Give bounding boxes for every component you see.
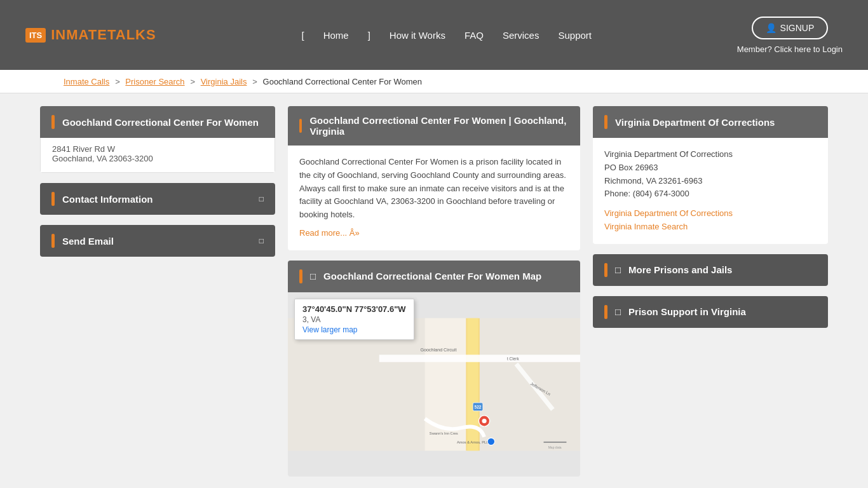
breadcrumb-inmate-calls[interactable]: Inmate Calls (64, 77, 109, 86)
svg-text:Map data: Map data (548, 445, 562, 449)
center-column: Goochland Correctional Center For Women … (288, 106, 580, 487)
contact-toggle-icon: □ (259, 194, 264, 203)
svg-text:Goochland Circuit: Goochland Circuit (420, 347, 456, 352)
main-facility-orange-bar (299, 119, 302, 133)
dept-card: Virginia Department Of Corrections Virgi… (593, 106, 828, 244)
send-email-title: Send Email (62, 236, 114, 247)
dept-line2: PO Box 26963 (604, 161, 817, 175)
dept-line1: Virginia Department Of Corrections (604, 148, 817, 161)
map-title-icon: □ (310, 271, 316, 281)
main-facility-description: Goochland Correctional Center For Women … (299, 156, 569, 222)
breadcrumb-sep3: > (252, 77, 259, 86)
more-prisons-title: More Prisons and Jails (628, 264, 732, 275)
main-facility-card-header: Goochland Correctional Center For Women … (288, 106, 580, 146)
map-orange-bar (299, 269, 302, 283)
map-title: Goochland Correctional Center For Women … (323, 271, 541, 281)
breadcrumb-sep1: > (115, 77, 122, 86)
home-bracket-right: ] (368, 30, 370, 41)
more-prisons-icon: □ (615, 264, 621, 275)
main-content: Goochland Correctional Center For Women … (27, 106, 841, 487)
svg-text:t Clerk: t Clerk (507, 356, 519, 361)
map-coords: 37°40'45.0"N 77°53'07.6"W (302, 304, 406, 314)
contact-card-header[interactable]: Contact Information □ (40, 183, 275, 215)
facility-address: 2841 River Rd W Goochland, VA 23063-3200 (40, 138, 275, 173)
signup-area: 👤 SIGNUP Member? Click here to Login (737, 17, 843, 54)
breadcrumb-prisoner-search[interactable]: Prisoner Search (125, 77, 184, 86)
breadcrumb-current: Goochland Correctional Center For Women (263, 77, 423, 86)
main-facility-body: Goochland Correctional Center For Women … (288, 146, 580, 250)
svg-rect-4 (467, 318, 478, 451)
contact-orange-bar (51, 192, 55, 206)
breadcrumb-virginia-jails[interactable]: Virginia Jails (201, 77, 247, 86)
site-header: ITS INMATETALKS [ Home ] How it Works FA… (0, 0, 868, 70)
signup-label: SIGNUP (780, 23, 815, 33)
send-email-card: Send Email □ (40, 225, 275, 257)
svg-point-16 (487, 438, 495, 445)
view-larger-map-link[interactable]: View larger map (302, 325, 357, 334)
member-login-text: Member? Click here to Login (737, 44, 843, 54)
svg-rect-2 (425, 318, 471, 451)
home-bracket-left: [ (301, 30, 304, 41)
more-prisons-orange-bar (604, 263, 607, 277)
breadcrumb-sep2: > (190, 77, 197, 86)
nav-home[interactable]: Home (323, 30, 349, 41)
prison-support-title: Prison Support in Virginia (628, 306, 746, 317)
main-facility-title: Goochland Correctional Center For Women … (309, 115, 569, 137)
svg-text:522: 522 (475, 405, 482, 409)
main-facility-card: Goochland Correctional Center For Women … (288, 106, 580, 250)
dept-link2[interactable]: Virginia Inmate Search (604, 222, 688, 231)
map-card-header: □ Goochland Correctional Center For Wome… (288, 261, 580, 292)
prison-support-orange-bar (604, 305, 607, 319)
person-icon: 👤 (766, 23, 776, 33)
dept-card-header: Virginia Department Of Corrections (593, 106, 828, 138)
prison-support-card: □ Prison Support in Virginia (593, 296, 828, 328)
map-container: 37°40'45.0"N 77°53'07.6"W 3, VA View lar… (288, 292, 580, 477)
read-more-link[interactable]: Read more... Â» (299, 228, 360, 238)
nav-support[interactable]: Support (558, 30, 592, 41)
svg-rect-17 (544, 442, 567, 443)
dept-orange-bar (604, 115, 607, 129)
prison-support-card-header[interactable]: □ Prison Support in Virginia (593, 296, 828, 328)
more-prisons-card-header[interactable]: □ More Prisons and Jails (593, 254, 828, 286)
signup-button[interactable]: 👤 SIGNUP (752, 17, 829, 39)
more-prisons-card: □ More Prisons and Jails (593, 254, 828, 286)
svg-text:Swann's Inn Cres: Swann's Inn Cres (430, 431, 458, 435)
dept-card-body: Virginia Department Of Corrections PO Bo… (593, 138, 828, 244)
facility-card-header: Goochland Correctional Center For Women (40, 106, 275, 138)
nav-how-it-works[interactable]: How it Works (390, 30, 445, 41)
breadcrumb: Inmate Calls > Prisoner Search > Virgini… (0, 70, 868, 93)
logo-inmate: INMATE (51, 27, 107, 43)
left-column: Goochland Correctional Center For Women … (40, 106, 275, 267)
main-nav: [ Home ] How it Works FAQ Services Suppo… (301, 30, 592, 41)
dept-title: Virginia Department Of Corrections (615, 117, 775, 128)
svg-rect-5 (379, 355, 580, 362)
send-email-card-header[interactable]: Send Email □ (40, 225, 275, 257)
orange-bar-icon (51, 115, 55, 129)
send-email-toggle-icon: □ (259, 236, 264, 245)
prison-support-icon: □ (615, 306, 621, 317)
facility-title: Goochland Correctional Center For Women (62, 117, 259, 128)
map-card: □ Goochland Correctional Center For Wome… (288, 261, 580, 477)
dept-link1[interactable]: Virginia Department Of Corrections (604, 208, 733, 218)
nav-faq[interactable]: FAQ (465, 30, 484, 41)
nav-services[interactable]: Services (503, 30, 539, 41)
svg-point-13 (482, 419, 486, 423)
contact-title: Contact Information (62, 194, 153, 205)
logo-abbr: ITS (25, 28, 46, 43)
dept-line3: Richmond, VA 23261-6963 (604, 175, 817, 188)
map-address-short: 3, VA (302, 315, 406, 324)
svg-text:Amos & Amos, PLLC: Amos & Amos, PLLC (457, 440, 491, 444)
right-column: Virginia Department Of Corrections Virgi… (593, 106, 828, 338)
dept-line4: Phone: (804) 674-3000 (604, 187, 817, 201)
logo-link[interactable]: ITS INMATETALKS (25, 27, 156, 43)
send-email-orange-bar (51, 234, 55, 248)
facility-address-line1: 2841 River Rd W (52, 144, 263, 154)
logo-text: INMATETALKS (51, 27, 156, 43)
logo-talks: TALKS (107, 27, 156, 43)
facility-address-line2: Goochland, VA 23063-3200 (52, 154, 263, 163)
contact-card: Contact Information □ (40, 183, 275, 215)
map-info-box: 37°40'45.0"N 77°53'07.6"W 3, VA View lar… (294, 299, 414, 340)
facility-card: Goochland Correctional Center For Women … (40, 106, 275, 173)
